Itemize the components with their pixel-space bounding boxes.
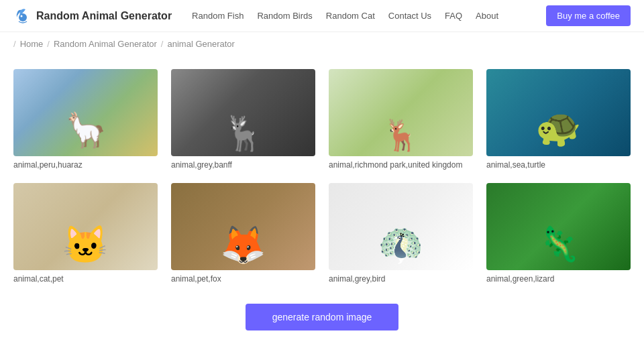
image-label-deer: animal,richmond park,united kingdom: [329, 160, 473, 170]
nav-fish[interactable]: Random Fish: [192, 11, 244, 21]
image-lizard[interactable]: [486, 183, 631, 270]
breadcrumb-current: animal Generator: [167, 39, 234, 49]
image-turtle[interactable]: [486, 69, 631, 156]
image-card-lizard: animal,green,lizard: [486, 183, 631, 284]
image-alpaca[interactable]: [13, 69, 158, 156]
main-nav: Random Fish Random Birds Random Cat Cont…: [192, 11, 533, 21]
breadcrumb-parent[interactable]: Random Animal Generator: [54, 39, 157, 49]
image-deer[interactable]: [329, 69, 473, 156]
nav-about[interactable]: About: [476, 11, 498, 21]
image-label-lizard: animal,green,lizard: [486, 274, 631, 284]
image-cat[interactable]: [13, 183, 158, 270]
nav-faq[interactable]: FAQ: [445, 11, 462, 21]
nav-cat[interactable]: Random Cat: [326, 11, 375, 21]
image-card-deer: animal,richmond park,united kingdom: [329, 69, 473, 170]
breadcrumb-sep-2: /: [161, 39, 164, 49]
image-grid: animal,peru,huaraz animal,grey,banff ani…: [13, 69, 631, 284]
logo-icon: [13, 7, 32, 25]
image-card-peacock: animal,grey,bird: [329, 183, 473, 284]
image-label-cat: animal,cat,pet: [13, 274, 158, 284]
image-label-peacock: animal,grey,bird: [329, 274, 473, 284]
image-moose[interactable]: [171, 69, 315, 156]
image-peacock[interactable]: [329, 183, 473, 270]
image-card-turtle: animal,sea,turtle: [486, 69, 631, 170]
header: Random Animal Generator Random Fish Rand…: [0, 0, 644, 32]
logo-area: Random Animal Generator: [13, 7, 172, 25]
buy-coffee-button[interactable]: Buy me a coffee: [546, 5, 631, 26]
breadcrumb-sep-1: /: [47, 39, 50, 49]
breadcrumb-sep-start: /: [13, 39, 16, 49]
nav-contact[interactable]: Contact Us: [388, 11, 431, 21]
logo-text: Random Animal Generator: [36, 10, 172, 22]
generate-button[interactable]: generate random image: [246, 304, 399, 330]
main-content: animal,peru,huaraz animal,grey,banff ani…: [0, 56, 644, 362]
image-card-cat: animal,cat,pet: [13, 183, 158, 284]
image-card-fox: animal,pet,fox: [171, 183, 315, 284]
svg-point-0: [19, 13, 27, 21]
image-fox[interactable]: [171, 183, 315, 270]
image-label-moose: animal,grey,banff: [171, 160, 315, 170]
generate-section: generate random image: [13, 304, 631, 330]
image-card-alpaca: animal,peru,huaraz: [13, 69, 158, 170]
breadcrumb: / Home / Random Animal Generator / anima…: [0, 32, 644, 56]
breadcrumb-home[interactable]: Home: [20, 39, 44, 49]
image-label-turtle: animal,sea,turtle: [486, 160, 631, 170]
image-card-moose: animal,grey,banff: [171, 69, 315, 170]
image-label-alpaca: animal,peru,huaraz: [13, 160, 158, 170]
image-label-fox: animal,pet,fox: [171, 274, 315, 284]
svg-point-1: [21, 15, 23, 17]
nav-birds[interactable]: Random Birds: [257, 11, 312, 21]
